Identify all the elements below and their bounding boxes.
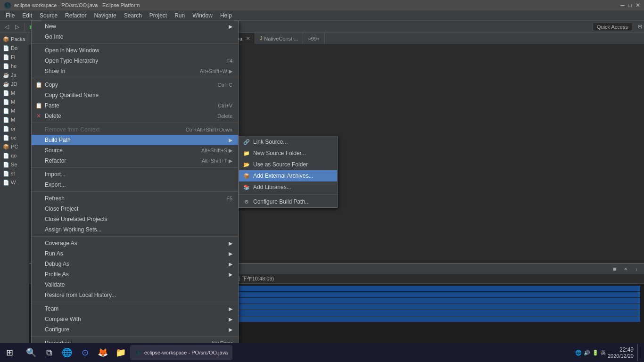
- taskbar-firefox-icon[interactable]: 🦊: [94, 344, 111, 361]
- ctx-refresh[interactable]: Refresh F5: [32, 193, 238, 204]
- ctx-debug-as[interactable]: Debug As ▶: [32, 259, 238, 269]
- maximize-button[interactable]: □: [628, 2, 632, 8]
- ctx-profile-as[interactable]: Profile As ▶: [32, 269, 238, 280]
- ctx-compare-with[interactable]: Compare With ▶: [32, 314, 238, 324]
- ctx-source-shortcut: Alt+Shift+S ▶: [201, 148, 232, 154]
- ctx-refresh-label: Refresh: [45, 195, 65, 202]
- ctx-debug-as-label: Debug As: [45, 261, 69, 267]
- taskbar-battery-icon[interactable]: 🔋: [592, 350, 599, 356]
- ctx-copy-icon: 📋: [34, 81, 43, 89]
- console-scroll-btn[interactable]: ↓: [632, 264, 641, 274]
- taskbar-file-icon[interactable]: 📁: [112, 344, 129, 361]
- menu-project[interactable]: Project: [146, 11, 171, 20]
- ctx-open-new-window[interactable]: Open in New Window: [32, 45, 238, 56]
- tab-close-oo[interactable]: ✕: [246, 36, 250, 41]
- ctx-show-in-shortcut: Alt+Shift+W ▶: [200, 68, 232, 74]
- taskbar-date: 2020/12/20: [608, 353, 634, 359]
- taskbar-edge-icon[interactable]: 🌐: [58, 344, 75, 361]
- taskbar-clock[interactable]: 22:49 2020/12/20: [608, 346, 634, 359]
- ctx-import[interactable]: Import...: [32, 169, 238, 180]
- sub-add-external-archives[interactable]: 📦 Add External Archives...: [239, 170, 337, 181]
- menu-file[interactable]: File: [2, 11, 18, 20]
- ctx-configure[interactable]: Configure ▶: [32, 324, 238, 335]
- menu-bar: File Edit Source Refactor Navigate Searc…: [0, 10, 644, 21]
- menu-window[interactable]: Window: [189, 11, 216, 20]
- sub-configure-build-path[interactable]: ⚙ Configure Build Path...: [239, 196, 337, 207]
- menu-search[interactable]: Search: [120, 11, 146, 20]
- console-stop-btn[interactable]: ⏹: [610, 264, 619, 274]
- sub-link-source[interactable]: 🔗 Link Source...: [239, 136, 337, 148]
- taskbar-input-indicator[interactable]: 英: [601, 349, 606, 356]
- ctx-refactor[interactable]: Refactor Alt+Shift+T ▶: [32, 156, 238, 166]
- ctx-validate[interactable]: Validate: [32, 280, 238, 290]
- ctx-team[interactable]: Team ▶: [32, 304, 238, 314]
- sub-new-source-folder[interactable]: 📁 New Source Folder...: [239, 148, 337, 159]
- ctx-copy[interactable]: 📋 Copy Ctrl+C: [32, 80, 238, 90]
- ctx-remove-from-context: Remove from Context Ctrl+Alt+Shift+Down: [32, 124, 238, 135]
- tab-label-native: NativeConstr...: [264, 36, 298, 41]
- taskbar-volume-icon[interactable]: 🔊: [584, 350, 590, 356]
- sub-configure-build-path-label: Configure Build Path...: [253, 198, 310, 205]
- package-explorer-item-se: 📄 Se: [0, 160, 29, 169]
- ctx-close-project[interactable]: Close Project: [32, 204, 238, 214]
- sub-use-as-source-folder-label: Use as Source Folder: [253, 161, 308, 168]
- package-explorer-item-m3: 📄 M: [0, 107, 29, 115]
- ctx-go-into[interactable]: Go Into: [32, 32, 238, 42]
- sub-add-libraries[interactable]: 📚 Add Libraries...: [239, 181, 337, 193]
- use-as-source-folder-icon: 📂: [242, 160, 251, 169]
- ctx-show-in[interactable]: Show In Alt+Shift+W ▶: [32, 66, 238, 76]
- close-button[interactable]: ✕: [636, 2, 640, 8]
- link-source-icon: 🔗: [242, 137, 251, 147]
- minimize-button[interactable]: ─: [620, 2, 625, 8]
- sub-use-as-source-folder[interactable]: 📂 Use as Source Folder: [239, 159, 337, 170]
- taskbar-taskview-icon[interactable]: ⧉: [41, 344, 58, 361]
- ctx-source[interactable]: Source Alt+Shift+S ▶: [32, 145, 238, 156]
- menu-run[interactable]: Run: [171, 11, 189, 20]
- ctx-compare-with-label: Compare With: [45, 316, 81, 322]
- ctx-refactor-shortcut: Alt+Shift+T ▶: [202, 158, 232, 164]
- left-panel: 📦 Packa 📄 Do 📄 Fi 📄 he ☕ Ja ☕ JD 📄 M 📄 M…: [0, 33, 29, 353]
- toolbar-back[interactable]: ◁: [2, 22, 11, 32]
- ctx-run-as[interactable]: Run As ▶: [32, 248, 238, 259]
- ctx-source-label: Source: [45, 147, 63, 154]
- ctx-sep-7: [32, 302, 238, 302]
- ctx-coverage-as[interactable]: Coverage As ▶: [32, 238, 238, 248]
- menu-navigate[interactable]: Navigate: [90, 11, 120, 20]
- package-explorer-item-m4: 📄 M: [0, 115, 29, 124]
- toolbar-forward[interactable]: ▷: [12, 22, 22, 32]
- taskbar-network-icon[interactable]: 🌐: [575, 350, 582, 356]
- ctx-paste[interactable]: 📋 Paste Ctrl+V: [32, 100, 238, 111]
- menu-help[interactable]: Help: [216, 11, 236, 20]
- ctx-new-arrow: ▶: [229, 24, 232, 30]
- ctx-sep-3: [32, 123, 238, 123]
- toolbar-sep-1: [24, 23, 25, 31]
- title-bar-controls: ─ □ ✕: [620, 2, 640, 8]
- ctx-compare-with-arrow: ▶: [229, 316, 232, 322]
- console-clear-btn[interactable]: ✕: [621, 264, 630, 274]
- tab-overflow[interactable]: »99+: [303, 33, 325, 44]
- ctx-open-type-hierarchy[interactable]: Open Type Hierarchy F4: [32, 56, 238, 66]
- ctx-assign-working-sets[interactable]: Assign Working Sets...: [32, 224, 238, 235]
- quick-access[interactable]: Quick Access: [593, 23, 632, 31]
- menu-source[interactable]: Source: [36, 11, 61, 20]
- ctx-build-path-arrow: ▶: [229, 137, 232, 143]
- taskbar-search-icon[interactable]: 🔍: [23, 344, 40, 361]
- ctx-restore-local-history[interactable]: Restore from Local History...: [32, 290, 238, 300]
- ctx-run-as-label: Run As: [45, 250, 63, 257]
- ctx-validate-label: Validate: [45, 281, 65, 288]
- taskbar-chrome-icon[interactable]: ⊙: [76, 344, 93, 361]
- ctx-close-unrelated[interactable]: Close Unrelated Projects: [32, 214, 238, 224]
- package-explorer-item-pc: 📦 PC: [0, 142, 29, 151]
- taskbar-eclipse-app[interactable]: 🌑 eclipse-workspace - PO/src/OO.java: [130, 345, 232, 360]
- taskbar-time: 22:49: [608, 346, 634, 353]
- menu-edit[interactable]: Edit: [18, 11, 36, 20]
- ctx-new[interactable]: New ▶: [32, 21, 238, 32]
- ctx-copy-qualified[interactable]: Copy Qualified Name: [32, 90, 238, 100]
- taskbar-show-desktop[interactable]: [637, 344, 640, 361]
- menu-refactor[interactable]: Refactor: [61, 11, 90, 20]
- start-button[interactable]: ⊞: [0, 343, 19, 362]
- ctx-delete[interactable]: ✕ Delete Delete: [32, 111, 238, 121]
- ctx-build-path[interactable]: Build Path ▶: [32, 135, 238, 145]
- ctx-export[interactable]: Export...: [32, 180, 238, 190]
- tab-native[interactable]: J NativeConstr...: [255, 33, 303, 44]
